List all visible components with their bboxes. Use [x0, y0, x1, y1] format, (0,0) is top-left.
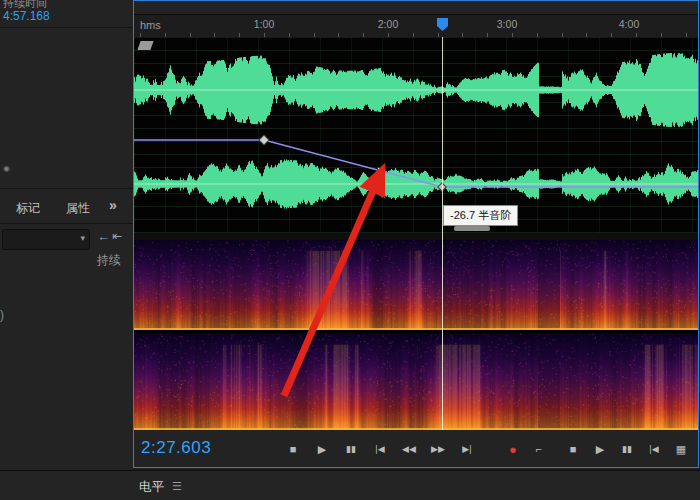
zoom-full-button[interactable]: ▦: [670, 440, 692, 458]
chevron-down-icon: ▾: [80, 233, 85, 243]
rewind-button[interactable]: ◀◀: [398, 440, 420, 458]
back-arrow-icon[interactable]: ←: [97, 229, 110, 244]
menu-icon[interactable]: ☰: [172, 480, 182, 493]
play-button[interactable]: ▶: [311, 440, 333, 458]
transport-bar: 2:27.603 ■▶▮▮|◀◀◀▶▶▶|●⌐ ■▶▮▮|◀▦: [134, 431, 698, 467]
time-unit-label: hms: [140, 19, 161, 31]
skip-selection-button[interactable]: ⌐: [528, 440, 550, 458]
timeline-ruler[interactable]: hms 1:002:003:004:00: [134, 14, 698, 38]
indicator-icon: ◉: [3, 164, 10, 173]
playhead-line[interactable]: [442, 37, 443, 430]
zoom-in-button[interactable]: ▶: [589, 440, 611, 458]
envelope-mini-scrollbar[interactable]: [454, 226, 490, 231]
ruler-tick-label: 4:00: [619, 18, 639, 30]
tab-markers[interactable]: 标记: [16, 200, 40, 217]
duration-row-label: 持续: [97, 252, 121, 269]
channel-separator: [134, 233, 698, 240]
zoom-out-button[interactable]: ■: [562, 440, 584, 458]
spectrogram-channel-left[interactable]: [134, 240, 698, 330]
ruler-tick-label: 3:00: [497, 18, 517, 30]
pitch-envelope[interactable]: [134, 37, 698, 233]
ruler-tick-label: 2:00: [378, 18, 398, 30]
panel-overflow-chevron-icon[interactable]: »: [109, 197, 117, 213]
fast-forward-button[interactable]: ▶▶: [427, 440, 449, 458]
stop-button[interactable]: ■: [282, 440, 304, 458]
envelope-line[interactable]: [134, 140, 698, 187]
tab-levels[interactable]: 电平: [139, 479, 164, 496]
envelope-keyframe-selected[interactable]: [378, 168, 384, 174]
prev-button[interactable]: |◀: [369, 440, 391, 458]
next-button[interactable]: ▶|: [456, 440, 478, 458]
duration-value: 4:57.168: [3, 9, 50, 23]
editor-panel: hms 1:002:003:004:00 -26.7 半音阶 2:27.603: [133, 0, 699, 468]
time-display[interactable]: 2:27.603: [141, 438, 211, 458]
spectrogram-channel-right[interactable]: [134, 333, 698, 430]
waveform-display[interactable]: -26.7 半音阶: [134, 37, 698, 233]
envelope-keyframe[interactable]: [259, 135, 269, 145]
ruler-tick-label: 1:00: [254, 18, 274, 30]
record-button[interactable]: ●: [502, 440, 524, 458]
pitch-value-tooltip: -26.7 半音阶: [443, 205, 518, 226]
align-left-icon[interactable]: ⇤: [112, 229, 122, 243]
left-sidebar: 持续时间 4:57.168 ◉ 标记 属性 » ▾ ← ⇤ 持续 ): [0, 0, 133, 470]
bottom-panel: 电平 ☰: [0, 470, 700, 500]
clipped-text: ): [0, 308, 4, 322]
zoom-amplitude-button[interactable]: ▮▮: [616, 440, 638, 458]
spectrogram-display[interactable]: [134, 240, 698, 430]
preset-dropdown[interactable]: ▾: [2, 229, 90, 250]
tab-properties[interactable]: 属性: [66, 200, 90, 217]
pause-button[interactable]: ▮▮: [340, 440, 362, 458]
zoom-selection-button[interactable]: |◀: [643, 440, 665, 458]
